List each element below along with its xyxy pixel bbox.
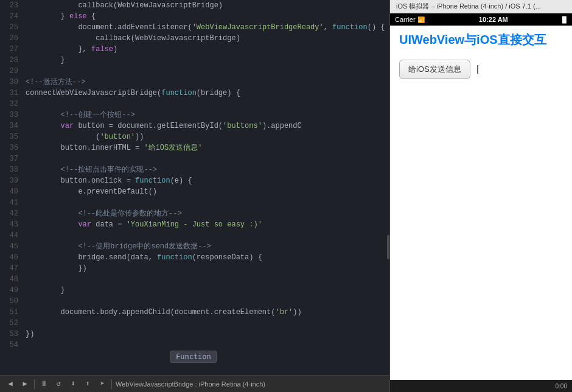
- pause-icon[interactable]: ⏸: [38, 379, 49, 390]
- sim-phone-frame: Carrier 📶 10:22 AM ▉ UIWebView与iOS直接交互 给…: [390, 13, 572, 380]
- step-in-icon[interactable]: ⬇: [68, 379, 78, 390]
- continue-icon[interactable]: ➤: [97, 379, 108, 390]
- code-line: document.body.appendChild(document.creat…: [26, 307, 389, 318]
- code-line: document.addEventListener('WebViewJavasc…: [26, 22, 389, 33]
- code-line: [26, 274, 389, 285]
- code-line: callback(WebViewJavascriptBridge): [26, 0, 389, 11]
- code-line: <!--激活方法-->: [26, 77, 389, 88]
- function-tooltip: Function: [170, 351, 217, 363]
- toolbar-separator-2: [111, 379, 112, 389]
- code-line: var button = document.getElementById('bu…: [26, 121, 389, 131]
- step-over-icon[interactable]: ↺: [53, 379, 64, 390]
- code-line: var data = 'YouXianMing - Just so easy :…: [26, 219, 389, 230]
- tooltip-text: Function: [176, 352, 211, 361]
- sim-titlebar: iOS 模拟器 – iPhone Retina (4-inch) / iOS 7…: [390, 0, 572, 13]
- code-line: [26, 99, 389, 110]
- sim-title: iOS 模拟器 – iPhone Retina (4-inch) / iOS 7…: [396, 2, 541, 11]
- cursor-indicator: [477, 65, 478, 74]
- code-line: e.preventDefault(): [26, 186, 389, 197]
- code-line: [26, 318, 389, 329]
- code-line: [26, 66, 389, 77]
- code-line: <!--使用bridge中的send发送数据-->: [26, 241, 389, 252]
- line-numbers: 23 24 25 26 27 28 29 30 31 32 33 34 35 3…: [0, 0, 23, 375]
- code-line: <!--按钮点击事件的实现-->: [26, 164, 389, 175]
- code-line: [26, 197, 389, 208]
- scroll-indicator[interactable]: [387, 0, 389, 375]
- code-content: 23 24 25 26 27 28 29 30 31 32 33 34 35 3…: [0, 0, 389, 375]
- battery-icon: ▉: [562, 16, 567, 23]
- code-line: callback(WebViewJavascriptBridge): [26, 33, 389, 44]
- time-display: 0:00: [556, 383, 567, 390]
- step-out-icon[interactable]: ⬆: [82, 379, 93, 390]
- code-line: [26, 153, 389, 164]
- back-icon[interactable]: ◀: [5, 379, 16, 390]
- code-lines: callback(WebViewJavascriptBridge) } else…: [23, 0, 389, 375]
- code-line: ('button')): [26, 131, 389, 142]
- code-line: [26, 296, 389, 307]
- code-editor: 23 24 25 26 27 28 29 30 31 32 33 34 35 3…: [0, 0, 389, 392]
- phone-title: UIWebView与iOS直接交互: [399, 32, 563, 47]
- code-line: bridge.send(data, function(responseData)…: [26, 252, 389, 263]
- code-line: button.onclick = function(e) {: [26, 175, 389, 186]
- code-line: button.innerHTML = '给iOS发送信息': [26, 142, 389, 153]
- carrier-label: Carrier: [395, 16, 416, 23]
- toolbar-label: WebViewJavascriptBridge : iPhone Retina …: [116, 380, 385, 388]
- code-line: connectWebViewJavascriptBridge(function(…: [26, 88, 389, 99]
- phone-status-bar: Carrier 📶 10:22 AM ▉: [390, 13, 572, 26]
- wifi-icon: 📶: [417, 16, 425, 23]
- bottom-toolbar: ◀ ▶ ⏸ ↺ ⬇ ⬆ ➤ WebViewJavascriptBridge : …: [0, 375, 389, 392]
- status-left: Carrier 📶: [395, 16, 425, 23]
- code-line: <!--创建一个按钮-->: [26, 110, 389, 121]
- code-line: <!--此处是你传参数的地方-->: [26, 208, 389, 219]
- simulator-panel: iOS 模拟器 – iPhone Retina (4-inch) / iOS 7…: [389, 0, 572, 392]
- phone-content: UIWebView与iOS直接交互 给iOS发送信息: [390, 26, 572, 380]
- toolbar-separator: [34, 379, 35, 389]
- scroll-thumb: [387, 235, 389, 259]
- code-line: }: [26, 55, 389, 66]
- status-time: 10:22 AM: [479, 16, 508, 23]
- code-line: }, false): [26, 44, 389, 55]
- ios-send-button[interactable]: 给iOS发送信息: [399, 60, 470, 79]
- code-line: [26, 230, 389, 241]
- status-right: ▉: [562, 16, 567, 23]
- code-line: } else {: [26, 11, 389, 22]
- sim-bottom-bar: 0:00: [390, 380, 572, 392]
- main-area: 23 24 25 26 27 28 29 30 31 32 33 34 35 3…: [0, 0, 572, 392]
- code-line: }): [26, 329, 389, 340]
- code-line: }: [26, 285, 389, 296]
- forward-icon[interactable]: ▶: [19, 379, 30, 390]
- code-line: }): [26, 263, 389, 274]
